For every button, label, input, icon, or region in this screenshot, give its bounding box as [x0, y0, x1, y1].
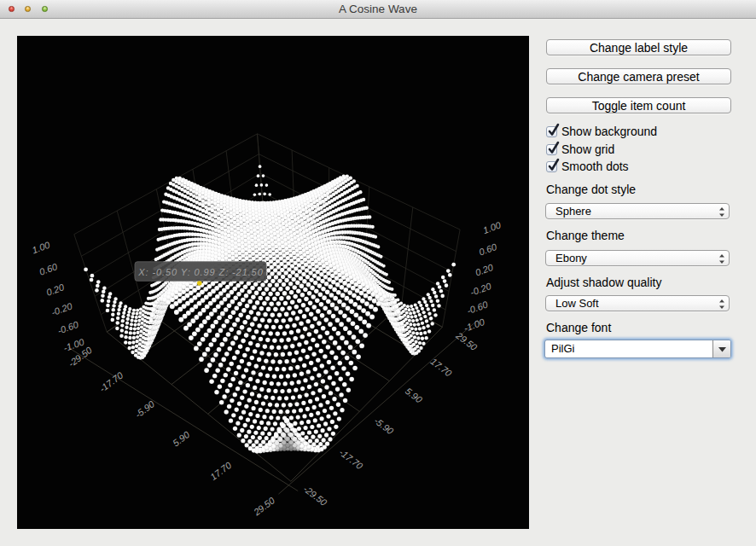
svg-text:-0.20: -0.20: [468, 281, 492, 298]
svg-text:5.90: 5.90: [171, 429, 192, 449]
svg-text:-5.90: -5.90: [372, 415, 396, 437]
svg-text:-17.70: -17.70: [337, 447, 365, 472]
svg-text:17.70: 17.70: [429, 356, 455, 379]
svg-text:X: -0.50 Y: 0.99 Z: -21.5: X: -0.50 Y: 0.99 Z: -21.50: [137, 267, 263, 277]
svg-text:0.20: 0.20: [474, 262, 495, 278]
svg-text:-5.90: -5.90: [133, 398, 157, 420]
svg-text:0.60: 0.60: [38, 261, 59, 277]
svg-text:-17.70: -17.70: [97, 369, 125, 394]
svg-text:-29.50: -29.50: [301, 484, 329, 508]
svg-text:0.20: 0.20: [45, 282, 67, 298]
svg-text:-1.00: -1.00: [462, 317, 486, 334]
svg-text:17.70: 17.70: [208, 459, 234, 482]
svg-text:-0.20: -0.20: [49, 300, 73, 317]
svg-text:0.60: 0.60: [478, 241, 499, 258]
svg-text:-0.60: -0.60: [56, 319, 80, 336]
svg-text:-0.60: -0.60: [465, 299, 489, 316]
svg-text:1.00: 1.00: [481, 219, 503, 235]
svg-text:1.00: 1.00: [31, 239, 52, 255]
svg-text:5.90: 5.90: [404, 386, 425, 405]
svg-text:29.50: 29.50: [251, 495, 277, 518]
